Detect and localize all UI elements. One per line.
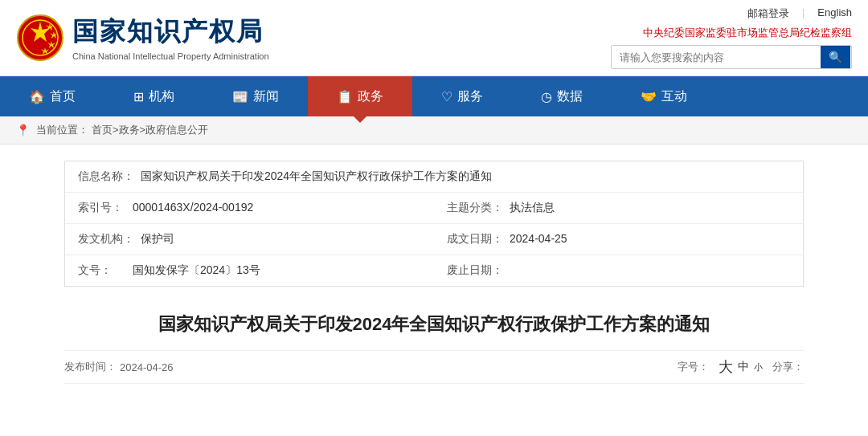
nav-interact[interactable]: 🤝 互动 bbox=[612, 76, 716, 116]
info-docno-row: 文号： 国知发保字〔2024〕13号 废止日期： bbox=[65, 255, 803, 286]
article-title: 国家知识产权局关于印发2024年全国知识产权行政保护工作方案的通知 bbox=[64, 311, 804, 337]
info-category-value: 执法信息 bbox=[510, 201, 555, 215]
nav-data-label: 数据 bbox=[557, 88, 583, 105]
share-label: 分享： bbox=[772, 360, 804, 374]
logo-cn-text: 国家知识产权局 bbox=[72, 14, 269, 50]
location-icon: 📍 bbox=[16, 124, 30, 137]
info-category-label: 主题分类： bbox=[447, 201, 503, 215]
info-table: 信息名称： 国家知识产权局关于印发2024年全国知识产权行政保护工作方案的通知 … bbox=[64, 161, 804, 287]
font-size-controls: 大 中 小 bbox=[719, 357, 763, 377]
data-icon: ◷ bbox=[541, 89, 552, 104]
publish-label: 发布时间： bbox=[64, 360, 117, 374]
font-medium-button[interactable]: 中 bbox=[738, 360, 749, 374]
search-button[interactable]: 🔍 bbox=[821, 46, 850, 68]
nav-home-label: 首页 bbox=[50, 88, 76, 105]
font-large-button[interactable]: 大 bbox=[719, 357, 733, 377]
nav-institution-label: 机构 bbox=[149, 88, 174, 105]
info-name-value: 国家知识产权局关于印发2024年全国知识产权行政保护工作方案的通知 bbox=[141, 169, 492, 184]
gov-icon: 📋 bbox=[337, 89, 353, 104]
interact-icon: 🤝 bbox=[641, 89, 657, 104]
home-icon: 🏠 bbox=[29, 89, 45, 104]
info-docno-value: 国知发保字〔2024〕13号 bbox=[133, 263, 260, 278]
main-nav: 🏠 首页 ⊞ 机构 📰 新闻 📋 政务 ♡ 服务 ◷ 数据 🤝 互动 bbox=[0, 76, 868, 116]
nav-service-label: 服务 bbox=[457, 88, 483, 105]
info-date-label: 成文日期： bbox=[447, 232, 503, 247]
search-input[interactable] bbox=[612, 47, 821, 68]
divider: | bbox=[802, 6, 805, 21]
nav-gov[interactable]: 📋 政务 bbox=[308, 76, 412, 116]
font-small-button[interactable]: 小 bbox=[754, 361, 763, 373]
info-index-label: 索引号： bbox=[78, 201, 126, 215]
main-content: 信息名称： 国家知识产权局关于印发2024年全国知识产权行政保护工作方案的通知 … bbox=[0, 145, 868, 400]
info-issuer-value: 保护司 bbox=[141, 232, 174, 247]
font-label: 字号： bbox=[678, 360, 709, 374]
info-docno-label: 文号： bbox=[78, 263, 126, 278]
nav-gov-label: 政务 bbox=[358, 88, 383, 105]
page-header: 国家知识产权局 China National Intellectual Prop… bbox=[0, 0, 868, 76]
info-name-row: 信息名称： 国家知识产权局关于印发2024年全国知识产权行政保护工作方案的通知 bbox=[65, 161, 803, 193]
nav-home[interactable]: 🏠 首页 bbox=[0, 76, 104, 116]
search-box: 🔍 bbox=[611, 45, 852, 69]
nav-news[interactable]: 📰 新闻 bbox=[203, 76, 308, 116]
top-links: 邮箱登录 | English bbox=[747, 6, 852, 21]
article-meta-right: 字号： 大 中 小 分享： bbox=[678, 357, 804, 377]
article-meta: 发布时间： 2024-04-26 字号： 大 中 小 分享： bbox=[64, 350, 804, 384]
breadcrumb-path: 首页>政务>政府信息公开 bbox=[92, 123, 208, 137]
info-name-label: 信息名称： bbox=[78, 169, 134, 184]
discipline-link[interactable]: 中央纪委国家监委驻市场监管总局纪检监察组 bbox=[643, 26, 852, 40]
logo-area: 国家知识产权局 China National Intellectual Prop… bbox=[16, 14, 269, 62]
header-right: 邮箱登录 | English 中央纪委国家监委驻市场监管总局纪检监察组 🔍 bbox=[611, 6, 852, 69]
publish-date: 2024-04-26 bbox=[120, 361, 174, 373]
info-index-row: 索引号： 00001463X/2024-00192 主题分类： 执法信息 bbox=[65, 193, 803, 224]
info-expire-label: 废止日期： bbox=[447, 263, 503, 278]
info-date-value: 2024-04-25 bbox=[510, 232, 567, 247]
news-icon: 📰 bbox=[232, 89, 248, 104]
info-index-value: 00001463X/2024-00192 bbox=[133, 201, 253, 215]
info-issuer-label: 发文机构： bbox=[78, 232, 134, 247]
info-issuer-row: 发文机构： 保护司 成文日期： 2024-04-25 bbox=[65, 224, 803, 255]
nav-interact-label: 互动 bbox=[661, 88, 687, 105]
article-meta-left: 发布时间： 2024-04-26 bbox=[64, 360, 174, 374]
logo-en-text: China National Intellectual Property Adm… bbox=[72, 51, 269, 61]
nav-institution[interactable]: ⊞ 机构 bbox=[104, 76, 203, 116]
nav-service[interactable]: ♡ 服务 bbox=[412, 76, 512, 116]
service-icon: ♡ bbox=[441, 89, 452, 104]
mailbox-link[interactable]: 邮箱登录 bbox=[747, 6, 789, 21]
breadcrumb-prefix: 当前位置： bbox=[36, 123, 88, 137]
english-link[interactable]: English bbox=[817, 6, 852, 21]
nav-news-label: 新闻 bbox=[253, 88, 279, 105]
nav-data[interactable]: ◷ 数据 bbox=[512, 76, 612, 116]
breadcrumb: 📍 当前位置： 首页>政务>政府信息公开 bbox=[0, 116, 868, 145]
logo-text: 国家知识产权局 China National Intellectual Prop… bbox=[72, 14, 269, 61]
institution-icon: ⊞ bbox=[133, 89, 144, 104]
logo-emblem bbox=[16, 14, 64, 62]
